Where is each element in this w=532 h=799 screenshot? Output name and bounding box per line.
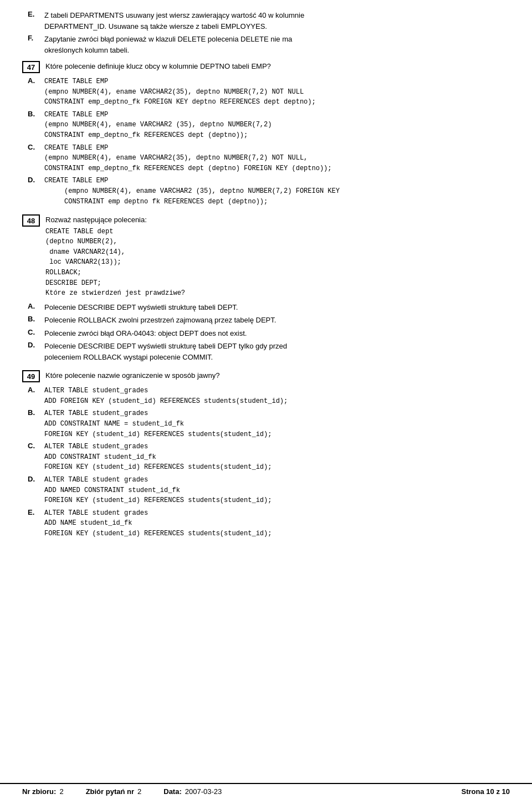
question-48-body: Rozważ następujące polecenia: CREATE TAB… xyxy=(45,214,510,299)
question-49-text: Które polecenie nazwie ograniczenie w sp… xyxy=(45,370,510,381)
footer-strona: Strona 10 z 10 xyxy=(462,787,510,796)
page-footer: Nr zbioru: 2 Zbiór pytań nr 2 Data: 2007… xyxy=(0,783,532,799)
footer-zbior-value: 2 xyxy=(137,787,141,796)
question-48-intro: Rozważ następujące polecenia: xyxy=(45,216,147,224)
q49-answer-e: E. ALTER TABLE student grades ADD NAME s… xyxy=(22,508,510,539)
intro-e-block: E. Z tabeli DEPARTMENTS usuwany jest wie… xyxy=(22,10,510,32)
q48-letter-a: A. xyxy=(28,302,41,310)
q47-answer-a: A. CREATE TABLE EMP (empno NUMBER(4), en… xyxy=(22,76,510,107)
footer-strona-value: 10 z 10 xyxy=(486,787,510,796)
q48-text-d: Polecenie DESCRIBE DEPT wyświetli strukt… xyxy=(44,341,510,362)
q48-text-c: Polecenie zwróci błąd ORA-04043: object … xyxy=(44,328,510,339)
q47-text-d: CREATE TABLE EMP (empno NUMBER(4), ename… xyxy=(44,176,510,207)
q48-text-b: Polecenie ROLLBACK zwolni przestrzeń zaj… xyxy=(44,315,510,326)
footer-data: Data: 2007-03-23 xyxy=(163,787,222,796)
q49-answer-b: B. ALTER TABLE student_grades ADD CONSTR… xyxy=(22,408,510,439)
intro-f-letter: F. xyxy=(28,34,41,42)
q49-answer-a: A. ALTER TABLE student_grades ADD FOREIG… xyxy=(22,386,510,406)
q49-answer-c: C. ALTER TABLE student_grades ADD CONSTR… xyxy=(22,442,510,473)
footer-zbior: Zbiór pytań nr 2 xyxy=(86,787,142,796)
question-47-text: Które polecenie definiuje klucz obcy w k… xyxy=(45,61,510,72)
footer-nr-zbioru-label: Nr zbioru: xyxy=(22,787,56,796)
question-47: 47 Które polecenie definiuje klucz obcy … xyxy=(22,61,510,207)
intro-e-letter: E. xyxy=(28,10,41,18)
q48-text-a: Polecenie DESCRIBE DEPT wyświetli strukt… xyxy=(44,302,510,313)
q47-text-c: CREATE TABLE EMP (empno NUMBER(4), ename… xyxy=(44,143,510,174)
q47-letter-c: C. xyxy=(28,143,41,151)
q48-answer-a: A. Polecenie DESCRIBE DEPT wyświetli str… xyxy=(22,302,510,313)
question-47-header: 47 Które polecenie definiuje klucz obcy … xyxy=(22,61,510,73)
question-49-header: 49 Które polecenie nazwie ograniczenie w… xyxy=(22,370,510,382)
q47-text-b: CREATE TABLE EMP (empno NUMBER(4), ename… xyxy=(44,110,510,141)
q47-letter-a: A. xyxy=(28,76,41,85)
footer-strona-label: Strona xyxy=(462,787,487,796)
footer-nr-zbioru: Nr zbioru: 2 xyxy=(22,787,64,796)
intro-f-block: F. Zapytanie zwróci błąd ponieważ w klaz… xyxy=(22,34,510,55)
footer-nr-zbioru-value: 2 xyxy=(59,787,63,796)
q49-text-b: ALTER TABLE student_grades ADD CONSTRAIN… xyxy=(44,408,510,439)
question-48-number: 48 xyxy=(22,214,40,227)
q47-letter-b: B. xyxy=(28,110,41,118)
q48-letter-d: D. xyxy=(28,341,41,349)
q47-answer-d: D. CREATE TABLE EMP (empno NUMBER(4), en… xyxy=(22,176,510,207)
q47-answer-b: B. CREATE TABLE EMP (empno NUMBER(4), en… xyxy=(22,110,510,141)
q49-letter-b: B. xyxy=(28,408,41,417)
question-47-number: 47 xyxy=(22,61,40,73)
q48-letter-c: C. xyxy=(28,328,41,336)
question-48-code: CREATE TABLE dept (deptno NUMBER(2), dna… xyxy=(45,228,185,298)
q47-text-a: CREATE TABLE EMP (empno NUMBER(4), ename… xyxy=(44,76,510,107)
q47-answer-c: C. CREATE TABLE EMP (empno NUMBER(4), en… xyxy=(22,143,510,174)
q49-answer-d: D. ALTER TABLE student grades ADD NAMED … xyxy=(22,475,510,506)
question-49-number: 49 xyxy=(22,370,40,382)
q48-answer-d: D. Polecenie DESCRIBE DEPT wyświetli str… xyxy=(22,341,510,362)
q47-letter-d: D. xyxy=(28,176,41,184)
page-content: E. Z tabeli DEPARTMENTS usuwany jest wie… xyxy=(0,0,532,591)
q49-text-e: ALTER TABLE student grades ADD NAME stud… xyxy=(44,508,510,539)
q49-text-d: ALTER TABLE student grades ADD NAMED CON… xyxy=(44,475,510,506)
question-49: 49 Które polecenie nazwie ograniczenie w… xyxy=(22,370,510,539)
q48-answer-b: B. Polecenie ROLLBACK zwolni przestrzeń … xyxy=(22,315,510,326)
intro-f-text: Zapytanie zwróci błąd ponieważ w klazuli… xyxy=(44,34,510,55)
q49-letter-d: D. xyxy=(28,475,41,483)
footer-data-value: 2007-03-23 xyxy=(185,787,222,796)
intro-e-text: Z tabeli DEPARTMENTS usuwany jest wiersz… xyxy=(44,10,510,32)
q48-letter-b: B. xyxy=(28,315,41,323)
footer-data-label: Data: xyxy=(163,787,182,796)
q49-letter-c: C. xyxy=(28,442,41,450)
q48-answer-c: C. Polecenie zwróci błąd ORA-04043: obje… xyxy=(22,328,510,339)
question-48-header: 48 Rozważ następujące polecenia: CREATE … xyxy=(22,214,510,299)
footer-zbior-label: Zbiór pytań nr xyxy=(86,787,134,796)
question-48: 48 Rozważ następujące polecenia: CREATE … xyxy=(22,214,510,362)
q49-text-c: ALTER TABLE student_grades ADD CONSTRAIN… xyxy=(44,442,510,473)
q49-text-a: ALTER TABLE student_grades ADD FOREIGN K… xyxy=(44,386,510,406)
q49-letter-a: A. xyxy=(28,386,41,394)
q49-letter-e: E. xyxy=(28,508,41,516)
